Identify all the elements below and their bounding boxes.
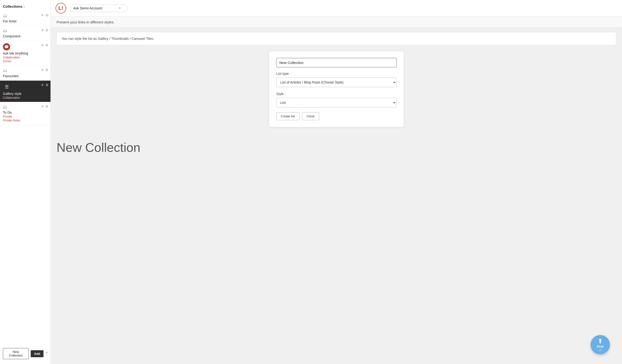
form-actions: Create list Close — [276, 112, 397, 120]
avatar: L! — [56, 3, 66, 14]
new-collection-form: List type : List of Articles / Blog Post… — [269, 51, 404, 127]
sidebar-item-title-gallery: Gallery style — [3, 92, 48, 96]
info-box-text: You can style the list as Gallery / Thum… — [62, 37, 154, 40]
create-list-button[interactable]: Create list — [276, 112, 300, 120]
sidebar-header: Collections : — [0, 0, 51, 11]
new-collection-button[interactable]: New Collection — [3, 348, 29, 359]
help-icon[interactable]: ? — [45, 351, 48, 356]
gear-icon-for-artist[interactable]: ⚙ — [45, 13, 49, 17]
bubble-icon-ask: 💬 — [4, 45, 9, 49]
send-icon-component[interactable]: ✈ — [41, 28, 44, 32]
gear-icon-ask[interactable]: ⚙ — [45, 43, 49, 47]
gear-icon-gallery[interactable]: ⚙ — [45, 83, 49, 87]
search-close-icon[interactable]: × — [119, 6, 121, 10]
fab-sublabel: AI — [599, 349, 601, 351]
send-icon-gallery[interactable]: ✈ — [41, 83, 44, 87]
subtitle-text: Present your links in different styles. — [57, 20, 616, 24]
send-icon-todo[interactable]: ✈ — [41, 105, 44, 108]
sidebar-item-title-component: Component — [3, 34, 48, 38]
style-label: Style : — [276, 92, 397, 96]
collection-name-input[interactable] — [276, 58, 397, 67]
fab-label: Post — [597, 345, 604, 348]
search-bar[interactable]: × — [70, 4, 128, 12]
sidebar-item-ask-me-anything[interactable]: ✈ ⚙ 💬 Ask Me Anything Collaboration Foru… — [0, 41, 51, 66]
sidebar-item-title-favourites: Favourites — [3, 74, 48, 78]
gear-icon-todo[interactable]: ⚙ — [45, 105, 49, 108]
sidebar: Collections : ✈ ⚙ 🗂 For Artist ✈ ⚙ 🗂 Com… — [0, 0, 51, 364]
sidebar-item-note-todo: Private Notes — [3, 119, 48, 122]
fab-post-button[interactable]: ⬆ Post AI — [591, 335, 610, 354]
list-type-label: List type : — [276, 72, 397, 75]
sidebar-item-title-todo: To Do — [3, 110, 48, 114]
sidebar-item-component[interactable]: ✈ ⚙ 🗂 Component — [0, 26, 51, 41]
sidebar-item-title-for-artist: For Artist — [3, 19, 48, 23]
sidebar-item-title-ask: Ask Me Anything — [3, 51, 48, 55]
topbar: L! × — [51, 0, 622, 17]
search-input[interactable] — [73, 6, 117, 10]
list-type-select[interactable]: List of Articles / Blog Posts (Choose St… — [276, 77, 397, 87]
sidebar-item-to-do[interactable]: ✈ ⚙ 🗂 To Do Private Private Notes — [0, 102, 51, 125]
sidebar-item-gallery-style[interactable]: ✈ ⚙ ☰ Gallery style Collaboration — [0, 81, 51, 102]
add-button[interactable]: Add — [31, 350, 43, 357]
main-content: L! × Present your links in different sty… — [51, 0, 622, 364]
gear-icon-favourites[interactable]: ⚙ — [45, 68, 49, 72]
send-icon-favourites[interactable]: ✈ — [41, 68, 44, 72]
sidebar-item-favourites[interactable]: ✈ ⚙ 🗂 Favourites — [0, 66, 51, 81]
sidebar-item-subtitle-ask: Collaboration — [3, 56, 48, 59]
fab-upload-icon: ⬆ — [598, 338, 603, 344]
sidebar-item-for-artist[interactable]: ✈ ⚙ 🗂 For Artist — [0, 11, 51, 26]
send-icon-ask[interactable]: ✈ — [41, 43, 44, 47]
main-heading: New Collection — [51, 133, 622, 160]
subtitle-bar: Present your links in different styles. — [51, 17, 622, 28]
sidebar-bottom: New Collection Add ? — [0, 346, 51, 362]
sidebar-item-subtitle-gallery: Collaboration — [3, 96, 48, 99]
gear-icon-component[interactable]: ⚙ — [45, 28, 49, 32]
bubble-badge-ask: 💬 — [3, 43, 10, 51]
info-box: You can style the list as Gallery / Thum… — [57, 32, 616, 45]
style-select[interactable]: List Gallery Thumbnails Carousel Tiles — [276, 98, 397, 108]
sidebar-item-note-ask: Forum — [3, 60, 48, 63]
list-badge-gallery: ☰ — [3, 83, 11, 91]
send-icon-for-artist[interactable]: ✈ — [41, 13, 44, 17]
sidebar-item-subtitle-todo: Private — [3, 115, 48, 118]
list-icon-gallery: ☰ — [5, 84, 9, 90]
close-button[interactable]: Close — [302, 112, 319, 120]
